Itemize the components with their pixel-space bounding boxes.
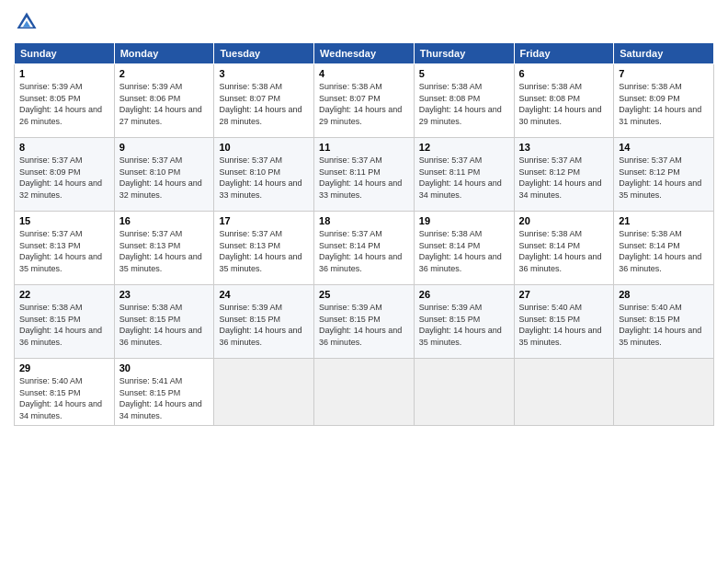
calendar-cell: 24 Sunrise: 5:39 AM Sunset: 8:15 PM Dayl…: [214, 285, 314, 359]
day-info: Sunrise: 5:37 AM Sunset: 8:10 PM Dayligh…: [119, 155, 210, 201]
calendar-cell: 2 Sunrise: 5:39 AM Sunset: 8:06 PM Dayli…: [114, 64, 214, 138]
logo-icon: [14, 9, 40, 35]
calendar-header-wednesday: Wednesday: [314, 43, 415, 64]
calendar-header-monday: Monday: [114, 43, 214, 64]
day-number: 21: [619, 215, 709, 226]
day-number: 14: [619, 142, 709, 153]
day-info: Sunrise: 5:39 AM Sunset: 8:15 PM Dayligh…: [219, 302, 309, 348]
day-number: 5: [419, 68, 509, 79]
calendar-week-4: 22 Sunrise: 5:38 AM Sunset: 8:15 PM Dayl…: [15, 285, 714, 359]
day-info: Sunrise: 5:37 AM Sunset: 8:12 PM Dayligh…: [519, 155, 609, 201]
calendar-cell: 10 Sunrise: 5:37 AM Sunset: 8:10 PM Dayl…: [214, 138, 314, 212]
day-info: Sunrise: 5:37 AM Sunset: 8:13 PM Dayligh…: [219, 228, 309, 274]
day-info: Sunrise: 5:37 AM Sunset: 8:10 PM Dayligh…: [219, 155, 309, 201]
day-info: Sunrise: 5:38 AM Sunset: 8:08 PM Dayligh…: [519, 81, 609, 127]
day-info: Sunrise: 5:40 AM Sunset: 8:15 PM Dayligh…: [619, 302, 709, 348]
calendar-cell: 23 Sunrise: 5:38 AM Sunset: 8:15 PM Dayl…: [114, 285, 214, 359]
calendar-cell: 22 Sunrise: 5:38 AM Sunset: 8:15 PM Dayl…: [15, 285, 115, 359]
day-info: Sunrise: 5:38 AM Sunset: 8:07 PM Dayligh…: [319, 81, 409, 127]
calendar-cell: 12 Sunrise: 5:37 AM Sunset: 8:11 PM Dayl…: [414, 138, 514, 212]
calendar-cell: 16 Sunrise: 5:37 AM Sunset: 8:13 PM Dayl…: [114, 212, 214, 285]
day-info: Sunrise: 5:39 AM Sunset: 8:06 PM Dayligh…: [119, 81, 210, 127]
day-info: Sunrise: 5:37 AM Sunset: 8:12 PM Dayligh…: [619, 155, 709, 201]
day-number: 11: [319, 142, 409, 153]
day-info: Sunrise: 5:37 AM Sunset: 8:13 PM Dayligh…: [19, 228, 109, 274]
day-number: 7: [619, 68, 709, 79]
calendar-cell: 26 Sunrise: 5:39 AM Sunset: 8:15 PM Dayl…: [414, 285, 514, 359]
day-number: 15: [19, 215, 109, 226]
calendar-cell: [514, 359, 614, 426]
calendar-cell: 21 Sunrise: 5:38 AM Sunset: 8:14 PM Dayl…: [614, 212, 714, 285]
day-number: 17: [219, 215, 309, 226]
calendar-cell: 6 Sunrise: 5:38 AM Sunset: 8:08 PM Dayli…: [514, 64, 614, 138]
day-number: 16: [119, 215, 210, 226]
calendar-cell: 28 Sunrise: 5:40 AM Sunset: 8:15 PM Dayl…: [614, 285, 714, 359]
calendar-header-thursday: Thursday: [414, 43, 514, 64]
day-number: 1: [19, 68, 109, 79]
calendar-body: 1 Sunrise: 5:39 AM Sunset: 8:05 PM Dayli…: [15, 64, 714, 426]
calendar-cell: 29 Sunrise: 5:40 AM Sunset: 8:15 PM Dayl…: [15, 359, 115, 426]
day-number: 25: [319, 289, 409, 300]
day-info: Sunrise: 5:40 AM Sunset: 8:15 PM Dayligh…: [19, 375, 109, 421]
calendar-cell: 3 Sunrise: 5:38 AM Sunset: 8:07 PM Dayli…: [214, 64, 314, 138]
day-info: Sunrise: 5:38 AM Sunset: 8:14 PM Dayligh…: [419, 228, 509, 274]
calendar-cell: [414, 359, 514, 426]
calendar-cell: 27 Sunrise: 5:40 AM Sunset: 8:15 PM Dayl…: [514, 285, 614, 359]
day-number: 22: [19, 289, 109, 300]
calendar-cell: 30 Sunrise: 5:41 AM Sunset: 8:15 PM Dayl…: [114, 359, 214, 426]
calendar-cell: 11 Sunrise: 5:37 AM Sunset: 8:11 PM Dayl…: [314, 138, 415, 212]
day-info: Sunrise: 5:37 AM Sunset: 8:14 PM Dayligh…: [319, 228, 409, 274]
day-info: Sunrise: 5:38 AM Sunset: 8:15 PM Dayligh…: [19, 302, 109, 348]
day-info: Sunrise: 5:39 AM Sunset: 8:05 PM Dayligh…: [19, 81, 109, 127]
day-info: Sunrise: 5:39 AM Sunset: 8:15 PM Dayligh…: [419, 302, 509, 348]
calendar-header-friday: Friday: [514, 43, 614, 64]
day-number: 8: [19, 142, 109, 153]
calendar-cell: 9 Sunrise: 5:37 AM Sunset: 8:10 PM Dayli…: [114, 138, 214, 212]
calendar-header-sunday: Sunday: [15, 43, 115, 64]
day-info: Sunrise: 5:37 AM Sunset: 8:11 PM Dayligh…: [319, 155, 409, 201]
day-info: Sunrise: 5:38 AM Sunset: 8:14 PM Dayligh…: [519, 228, 609, 274]
day-number: 2: [119, 68, 210, 79]
calendar-cell: [314, 359, 415, 426]
day-number: 6: [519, 68, 609, 79]
day-number: 18: [319, 215, 409, 226]
calendar-week-1: 1 Sunrise: 5:39 AM Sunset: 8:05 PM Dayli…: [15, 64, 714, 138]
calendar-cell: 20 Sunrise: 5:38 AM Sunset: 8:14 PM Dayl…: [514, 212, 614, 285]
calendar-week-5: 29 Sunrise: 5:40 AM Sunset: 8:15 PM Dayl…: [15, 359, 714, 426]
day-number: 13: [519, 142, 609, 153]
calendar-cell: 1 Sunrise: 5:39 AM Sunset: 8:05 PM Dayli…: [15, 64, 115, 138]
calendar-cell: 4 Sunrise: 5:38 AM Sunset: 8:07 PM Dayli…: [314, 64, 415, 138]
day-info: Sunrise: 5:38 AM Sunset: 8:09 PM Dayligh…: [619, 81, 709, 127]
day-number: 19: [419, 215, 509, 226]
day-number: 29: [19, 362, 109, 373]
day-info: Sunrise: 5:38 AM Sunset: 8:08 PM Dayligh…: [419, 81, 509, 127]
day-number: 23: [119, 289, 210, 300]
calendar-cell: 25 Sunrise: 5:39 AM Sunset: 8:15 PM Dayl…: [314, 285, 415, 359]
calendar-header-tuesday: Tuesday: [214, 43, 314, 64]
calendar-week-2: 8 Sunrise: 5:37 AM Sunset: 8:09 PM Dayli…: [15, 138, 714, 212]
day-number: 4: [319, 68, 409, 79]
header: [14, 9, 714, 35]
calendar-cell: 13 Sunrise: 5:37 AM Sunset: 8:12 PM Dayl…: [514, 138, 614, 212]
calendar-cell: [214, 359, 314, 426]
logo: [14, 9, 41, 35]
day-info: Sunrise: 5:37 AM Sunset: 8:11 PM Dayligh…: [419, 155, 509, 201]
day-info: Sunrise: 5:38 AM Sunset: 8:14 PM Dayligh…: [619, 228, 709, 274]
day-number: 24: [219, 289, 309, 300]
calendar-header-row: SundayMondayTuesdayWednesdayThursdayFrid…: [15, 43, 714, 64]
calendar: SundayMondayTuesdayWednesdayThursdayFrid…: [14, 42, 714, 426]
day-number: 27: [519, 289, 609, 300]
day-number: 26: [419, 289, 509, 300]
day-info: Sunrise: 5:38 AM Sunset: 8:07 PM Dayligh…: [219, 81, 309, 127]
calendar-cell: 17 Sunrise: 5:37 AM Sunset: 8:13 PM Dayl…: [214, 212, 314, 285]
calendar-cell: 19 Sunrise: 5:38 AM Sunset: 8:14 PM Dayl…: [414, 212, 514, 285]
day-number: 3: [219, 68, 309, 79]
day-number: 20: [519, 215, 609, 226]
day-info: Sunrise: 5:38 AM Sunset: 8:15 PM Dayligh…: [119, 302, 210, 348]
calendar-cell: 5 Sunrise: 5:38 AM Sunset: 8:08 PM Dayli…: [414, 64, 514, 138]
day-info: Sunrise: 5:37 AM Sunset: 8:13 PM Dayligh…: [119, 228, 210, 274]
day-number: 30: [119, 362, 210, 373]
day-number: 28: [619, 289, 709, 300]
calendar-cell: 15 Sunrise: 5:37 AM Sunset: 8:13 PM Dayl…: [15, 212, 115, 285]
page: SundayMondayTuesdayWednesdayThursdayFrid…: [0, 0, 728, 563]
